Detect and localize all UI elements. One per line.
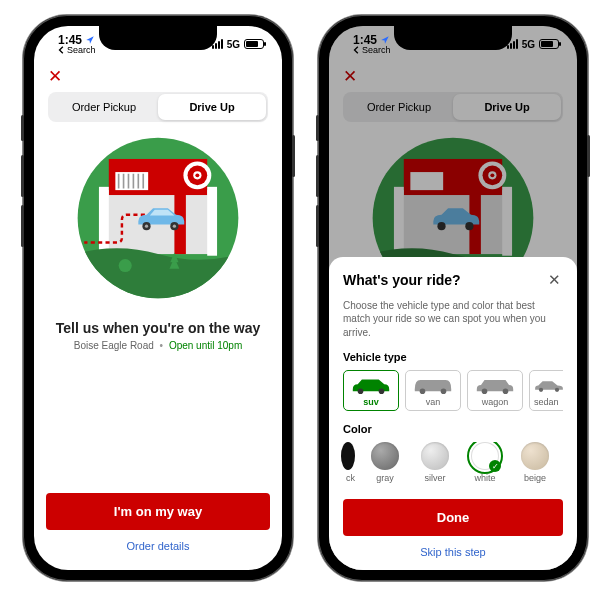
headline: Tell us when you're on the way [34, 320, 282, 336]
color-black[interactable]: ck [331, 442, 355, 483]
tab-order-pickup[interactable]: Order Pickup [50, 94, 158, 120]
svg-point-40 [358, 389, 364, 395]
vehicle-van[interactable]: van [405, 370, 461, 411]
store-name: Boise Eagle Road [74, 340, 154, 351]
tab-drive-up[interactable]: Drive Up [158, 94, 266, 120]
battery-icon [244, 39, 264, 49]
color-gray[interactable]: gray [365, 442, 405, 483]
phone-right: 1:45 Search 5G ✕ Order P [318, 15, 588, 581]
svg-point-46 [539, 388, 543, 392]
color-white[interactable]: ✓ white [465, 442, 505, 483]
svg-point-21 [173, 225, 176, 228]
pickup-mode-tabs: Order Pickup Drive Up [48, 92, 268, 122]
order-details-link[interactable]: Order details [46, 530, 270, 556]
close-icon[interactable]: ✕ [545, 271, 563, 289]
location-icon [85, 35, 95, 45]
back-to-search[interactable]: Search [353, 46, 391, 55]
vehicle-type-row: suv van wagon sedan [343, 370, 563, 411]
svg-point-19 [145, 225, 148, 228]
color-beige[interactable]: beige [515, 442, 555, 483]
color-label: Color [343, 423, 563, 435]
phone-left: 1:45 Search 5G ✕ Order Pickup Drive Up [23, 15, 293, 581]
store-hours: Open until 10pm [169, 340, 242, 351]
sheet-description: Choose the vehicle type and color that b… [343, 299, 563, 340]
svg-point-42 [420, 389, 426, 395]
drive-up-illustration [34, 136, 282, 300]
svg-rect-15 [99, 187, 109, 256]
svg-point-45 [503, 389, 509, 395]
color-row: ck gray silver ✓ white [329, 442, 563, 483]
skip-step-link[interactable]: Skip this step [343, 536, 563, 558]
app-header: ✕ [34, 62, 282, 90]
vehicle-wagon[interactable]: wagon [467, 370, 523, 411]
sheet-title: What's your ride? [343, 272, 461, 288]
notch [394, 26, 512, 50]
battery-icon [539, 39, 559, 49]
svg-point-47 [555, 388, 559, 392]
network-label: 5G [227, 39, 240, 50]
svg-point-7 [195, 173, 199, 177]
vehicle-suv[interactable]: suv [343, 370, 399, 411]
back-to-search[interactable]: Search [58, 46, 96, 55]
color-silver[interactable]: silver [415, 442, 455, 483]
location-icon [380, 35, 390, 45]
status-time: 1:45 [353, 34, 377, 46]
svg-point-44 [482, 389, 488, 395]
close-icon[interactable]: ✕ [44, 65, 66, 87]
vehicle-sedan[interactable]: sedan [529, 370, 563, 411]
svg-point-22 [119, 259, 132, 272]
vehicle-type-label: Vehicle type [343, 351, 563, 363]
notch [99, 26, 217, 50]
store-info: Boise Eagle Road • Open until 10pm [34, 340, 282, 351]
status-time: 1:45 [58, 34, 82, 46]
ride-sheet: What's your ride? ✕ Choose the vehicle t… [329, 257, 577, 571]
check-icon: ✓ [489, 460, 501, 472]
done-button[interactable]: Done [343, 499, 563, 536]
svg-point-41 [379, 389, 385, 395]
network-label: 5G [522, 39, 535, 50]
svg-rect-16 [207, 187, 217, 256]
on-my-way-button[interactable]: I'm on my way [46, 493, 270, 530]
svg-point-43 [441, 389, 447, 395]
